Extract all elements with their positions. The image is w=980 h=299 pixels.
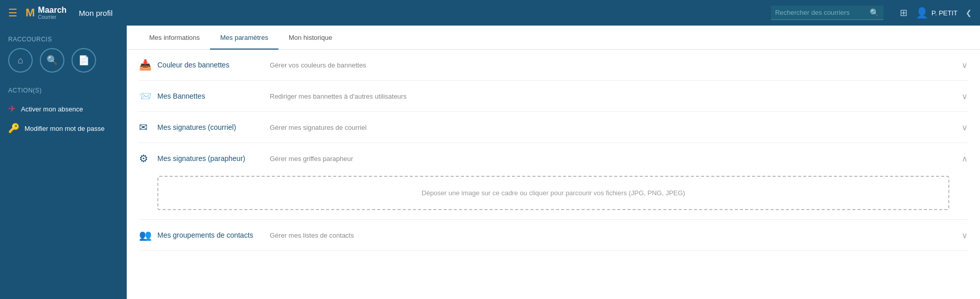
user-menu[interactable]: 👤 P. PETIT	[916, 7, 958, 19]
grid-icon[interactable]: ⊞	[900, 7, 907, 18]
mes-bannettes-chevron: ∨	[962, 91, 968, 101]
logo-m-icon: M	[26, 6, 35, 19]
sidebar: Raccourcis ⌂ 🔍 📄 Action(s) ✈ Activer mon…	[0, 26, 127, 299]
logo: M Maarch Courrier	[26, 6, 66, 20]
action-absence-label: Activer mon absence	[21, 105, 83, 113]
settings-item-signatures-courriel[interactable]: ✉ Mes signatures (courriel) Gérer mes si…	[139, 112, 968, 143]
shortcuts-label: Raccourcis	[8, 36, 119, 43]
signatures-courriel-desc: Gérer mes signatures de courriel	[270, 124, 953, 131]
drop-zone[interactable]: Déposer une image sur ce cadre ou clique…	[157, 176, 949, 210]
action-absence[interactable]: ✈ Activer mon absence	[8, 99, 119, 119]
user-name: P. PETIT	[931, 9, 958, 17]
search-input[interactable]	[771, 6, 883, 20]
signatures-parapheur-desc: Gérer mes griffes parapheur	[270, 155, 953, 163]
couleur-bannettes-label: Couleur des bannettes	[157, 61, 270, 69]
user-avatar-icon: 👤	[916, 7, 928, 19]
logo-sub: Courrier	[38, 14, 66, 20]
actions-label: Action(s)	[8, 87, 119, 94]
couleur-bannettes-icon: 📥	[139, 59, 157, 71]
plane-icon: ✈	[8, 103, 16, 114]
signatures-courriel-label: Mes signatures (courriel)	[157, 123, 270, 131]
settings-item-signatures-parapheur-expanded: ⚙ Mes signatures (parapheur) Gérer mes g…	[139, 143, 968, 220]
groupements-contacts-icon: 👥	[139, 229, 157, 241]
logo-text: Maarch	[38, 6, 66, 14]
shortcut-home[interactable]: ⌂	[8, 48, 33, 73]
hamburger-icon[interactable]: ☰	[8, 8, 17, 18]
main-layout: Raccourcis ⌂ 🔍 📄 Action(s) ✈ Activer mon…	[0, 26, 980, 299]
signatures-courriel-chevron: ∨	[962, 123, 968, 132]
signatures-parapheur-chevron: ∧	[962, 154, 968, 164]
topnav: ☰ M Maarch Courrier Mon profil 🔍 ⊞ 👤 P. …	[0, 0, 980, 26]
page-title: Mon profil	[79, 9, 112, 17]
key-icon: 🔑	[8, 123, 19, 134]
settings-item-mes-bannettes[interactable]: 📨 Mes Bannettes Rediriger mes bannettes …	[139, 81, 968, 112]
groupements-contacts-chevron: ∨	[962, 231, 968, 240]
shortcut-search[interactable]: 🔍	[40, 48, 64, 73]
tab-mon-historique[interactable]: Mon historique	[278, 26, 342, 50]
mes-bannettes-label: Mes Bannettes	[157, 92, 270, 100]
settings-item-signatures-parapheur[interactable]: ⚙ Mes signatures (parapheur) Gérer mes g…	[139, 143, 968, 174]
shortcuts-row: ⌂ 🔍 📄	[8, 48, 119, 73]
search-bar: 🔍	[771, 6, 883, 20]
action-password-label: Modifier mon mot de passe	[25, 125, 105, 132]
nav-collapse-icon[interactable]: ❮	[966, 9, 972, 17]
settings-item-groupements-contacts[interactable]: 👥 Mes groupements de contacts Gérer mes …	[139, 220, 968, 251]
shortcut-doc[interactable]: 📄	[72, 48, 96, 73]
shortcuts-section: Raccourcis ⌂ 🔍 📄	[8, 36, 119, 73]
search-icon[interactable]: 🔍	[870, 8, 879, 17]
action-password[interactable]: 🔑 Modifier mon mot de passe	[8, 119, 119, 138]
groupements-contacts-label: Mes groupements de contacts	[157, 231, 270, 239]
settings-item-couleur-bannettes[interactable]: 📥 Couleur des bannettes Gérer vos couleu…	[139, 50, 968, 81]
main-content: Mes informations Mes paramètres Mon hist…	[127, 26, 980, 299]
signatures-parapheur-label: Mes signatures (parapheur)	[157, 154, 270, 163]
signatures-parapheur-icon: ⚙	[139, 152, 157, 165]
tabs-bar: Mes informations Mes paramètres Mon hist…	[127, 26, 980, 50]
signatures-courriel-icon: ✉	[139, 121, 157, 133]
mes-bannettes-icon: 📨	[139, 90, 157, 102]
topnav-icons: ⊞ 👤 P. PETIT ❮	[900, 7, 972, 19]
couleur-bannettes-chevron: ∨	[962, 60, 968, 70]
mes-bannettes-desc: Rediriger mes bannettes à d'autres utili…	[270, 93, 953, 100]
tab-mes-informations[interactable]: Mes informations	[139, 26, 210, 50]
tab-mes-parametres[interactable]: Mes paramètres	[210, 26, 278, 50]
actions-section: Action(s) ✈ Activer mon absence 🔑 Modifi…	[8, 87, 119, 138]
settings-list: 📥 Couleur des bannettes Gérer vos couleu…	[127, 50, 980, 251]
couleur-bannettes-desc: Gérer vos couleurs de bannettes	[270, 61, 953, 69]
groupements-contacts-desc: Gérer mes listes de contacts	[270, 232, 953, 239]
